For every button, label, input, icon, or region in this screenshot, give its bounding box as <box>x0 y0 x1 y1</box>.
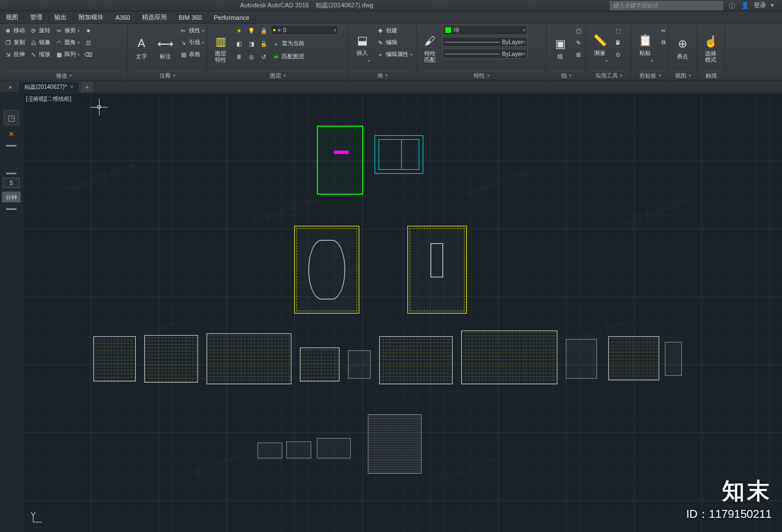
layer-properties-button[interactable]: ▥图层 特性 <box>209 25 232 71</box>
drawing-block[interactable] <box>317 126 363 195</box>
panel-modify-title[interactable]: 修改▾ <box>2 71 125 80</box>
panel-utilities-title[interactable]: 实用工具▾ <box>588 71 629 80</box>
table-button[interactable]: ▤表格 <box>178 49 206 60</box>
layer-iso-button[interactable]: ◧ <box>233 38 244 49</box>
start-tab-button[interactable]: ▸ <box>5 81 17 92</box>
login-button[interactable]: 登录 <box>754 1 766 10</box>
copy-clip-button[interactable]: ⧉ <box>658 37 669 48</box>
tab-performance[interactable]: Performance <box>208 11 256 23</box>
layer-prev-button[interactable]: ↺ <box>258 51 269 62</box>
layer-off-button[interactable]: 💡 <box>246 25 257 36</box>
tab-addins[interactable]: 附加模块 <box>73 11 110 23</box>
panel-clipboard-title[interactable]: 剪贴板▾ <box>634 71 666 80</box>
offset-button[interactable]: ⊡ <box>83 37 94 48</box>
dimension-button[interactable]: ⟷标注 <box>154 25 177 71</box>
mirror-button[interactable]: ⧋镜像 <box>28 37 52 48</box>
scale-button[interactable]: ⤡缩放 <box>28 49 52 60</box>
make-current-button[interactable]: ▸置为当前 <box>270 38 306 49</box>
drawing-detail[interactable] <box>257 443 282 458</box>
paste-button[interactable]: 📋粘贴▾ <box>634 25 656 71</box>
viewport-label[interactable]: [-][俯视][二维线框] <box>26 95 71 103</box>
leader-button[interactable]: ↘引线▾ <box>178 37 206 48</box>
drawing-detail[interactable] <box>566 339 597 379</box>
id-point-button[interactable]: ⊙ <box>612 49 624 60</box>
close-palette-button[interactable]: ✕ <box>6 129 16 139</box>
drawing-floorplan[interactable] <box>407 226 467 314</box>
quick-calc-button[interactable]: 🖩 <box>612 37 624 48</box>
rotate-button[interactable]: ⟳旋转 <box>28 25 52 36</box>
layer-lock-button[interactable]: 🔒 <box>258 25 269 36</box>
layer-dropdown[interactable]: ●☀0▾ <box>270 25 338 35</box>
panel-annotation-title[interactable]: 注释▾ <box>130 71 204 80</box>
group-bbox-button[interactable]: ⊞ <box>573 49 584 60</box>
explode-button[interactable]: ✷ <box>83 25 94 36</box>
menu-dropdown-icon[interactable]: ▾ <box>771 2 779 10</box>
file-tab-active[interactable]: 柏蕊(20140627)* × <box>18 81 80 92</box>
panel-layers-title[interactable]: 图层▾ <box>209 71 346 80</box>
layer-unlock-button[interactable]: 🔓 <box>258 38 269 49</box>
infocenter-icon[interactable]: ⓘ <box>729 2 737 10</box>
erase-button[interactable]: ⌫ <box>83 49 94 60</box>
lineweight-dropdown[interactable]: ByLayer▾ <box>442 37 527 47</box>
drawing-elevation[interactable] <box>379 336 453 384</box>
stretch-button[interactable]: ⇲拉伸 <box>2 49 27 60</box>
move-button[interactable]: ✥移动 <box>2 25 27 36</box>
help-search-input[interactable]: 键入关键字或短语 <box>610 1 723 10</box>
color-dropdown[interactable]: 绿▾ <box>442 25 527 35</box>
new-tab-button[interactable]: + <box>81 82 93 92</box>
layer-uniso-button[interactable]: ◨ <box>246 38 257 49</box>
drawing-elevation[interactable] <box>93 336 136 381</box>
create-block-button[interactable]: ✚创建 <box>375 25 414 36</box>
select-mode-button[interactable]: ☝选择 模式 <box>699 25 722 71</box>
close-icon[interactable]: × <box>70 84 74 90</box>
fillet-button[interactable]: ◠圆角▾ <box>53 37 81 48</box>
array-button[interactable]: ▦阵列▾ <box>53 49 81 60</box>
ungroup-button[interactable]: ▢ <box>573 25 584 36</box>
tab-output[interactable]: 输出 <box>49 11 73 23</box>
layer-freeze-button[interactable]: ☀ <box>233 25 244 36</box>
tab-bim360[interactable]: BIM 360 <box>173 11 208 23</box>
group-button[interactable]: ▣组 <box>549 25 572 71</box>
trim-button[interactable]: ✂修剪▾ <box>53 25 81 36</box>
linear-dim-button[interactable]: ⊢线性▾ <box>178 25 206 36</box>
match-properties-button[interactable]: 🖌特性 匹配 <box>419 25 441 71</box>
layer-walk-button[interactable]: ◎ <box>246 51 257 62</box>
drawing-detail[interactable] <box>317 438 351 458</box>
select-all-button[interactable]: ⬚ <box>612 25 624 36</box>
copy-button[interactable]: ❐复制 <box>2 37 27 48</box>
drawing-block[interactable] <box>375 135 423 174</box>
drawing-schedule[interactable] <box>368 414 422 474</box>
drawing-elevation[interactable] <box>144 335 198 383</box>
drawing-detail[interactable] <box>665 342 682 376</box>
edit-attr-button[interactable]: ⌁编辑属性▾ <box>375 49 414 60</box>
tab-featured[interactable]: 精选应用 <box>136 11 173 23</box>
group-edit-button[interactable]: ✎ <box>573 37 584 48</box>
panel-group-title[interactable]: 组▾ <box>549 71 583 80</box>
linetype-dropdown[interactable]: ByLayer▾ <box>442 49 527 59</box>
drawing-elevation[interactable] <box>207 333 291 384</box>
drawing-canvas[interactable]: [-][俯视][二维线框] <box>23 93 782 532</box>
autosave-interval-input[interactable] <box>3 178 20 188</box>
drawing-floorplan[interactable] <box>294 226 359 314</box>
text-button[interactable]: A文字 <box>130 25 153 71</box>
user-icon[interactable]: 👤 <box>741 2 749 10</box>
measure-button[interactable]: 📏测量▾ <box>588 25 611 71</box>
cut-button[interactable]: ✂ <box>658 25 669 36</box>
panel-properties-title[interactable]: 特性▾ <box>419 71 544 80</box>
drawing-elevation[interactable] <box>300 347 340 381</box>
insert-button[interactable]: ⬓插入▾ <box>351 25 373 71</box>
edit-block-button[interactable]: ✎编辑 <box>375 37 414 48</box>
layer-state-button[interactable]: ≣ <box>233 51 244 62</box>
drawing-detail[interactable] <box>348 350 371 379</box>
tab-manage[interactable]: 管理 <box>24 11 49 23</box>
ucs-icon[interactable]: Y └─ <box>31 510 42 526</box>
drawing-elevation[interactable] <box>608 336 659 380</box>
basepoint-button[interactable]: ⊕基点 <box>671 25 694 71</box>
panel-view-title[interactable]: 视图▾ <box>671 71 694 80</box>
panel-block-title[interactable]: 块▾ <box>351 71 414 80</box>
nav-cube-button[interactable]: ◳ <box>3 110 19 126</box>
tab-view[interactable]: 视图 <box>0 11 24 23</box>
drawing-detail[interactable] <box>286 441 311 458</box>
match-layer-button[interactable]: ⇄匹配图层 <box>270 51 306 62</box>
tab-a360[interactable]: A360 <box>110 11 136 23</box>
